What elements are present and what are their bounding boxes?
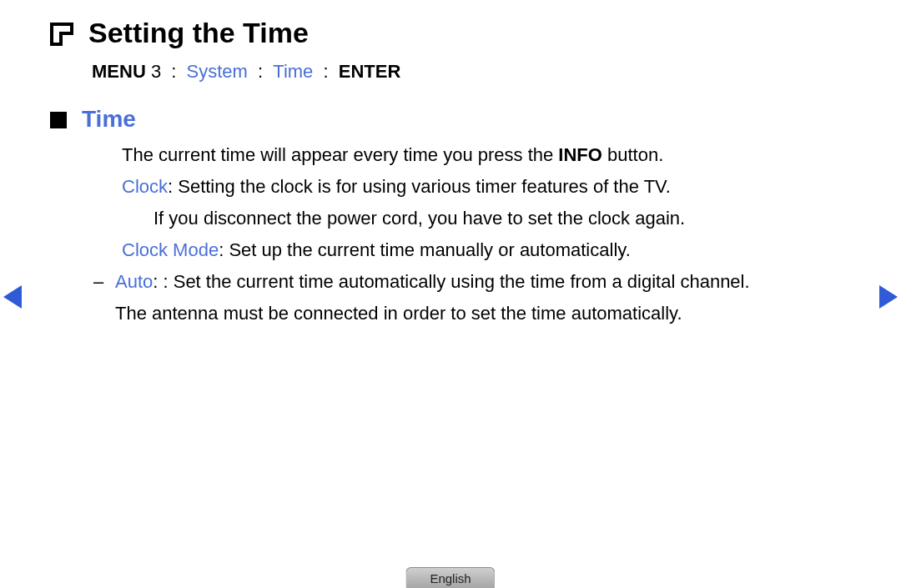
auto-item: – Auto: : Set the current time automatic… xyxy=(82,268,851,331)
auto-text: : : Set the current time automatically u… xyxy=(153,271,749,292)
language-tab[interactable]: English xyxy=(405,567,495,588)
square-bullet-icon xyxy=(50,112,67,128)
auto-note: The antenna must be connected in order t… xyxy=(115,299,818,328)
breadcrumb-enter: ENTER xyxy=(339,61,401,82)
clock-note: If you disconnect the power cord, you ha… xyxy=(82,204,851,233)
clock-note-text: If you disconnect the power cord, you ha… xyxy=(154,208,685,229)
breadcrumb-menu: MENU xyxy=(92,61,146,82)
clockmode-line: Clock Mode: Set up the current time manu… xyxy=(82,236,851,264)
clockmode-label: Clock Mode xyxy=(122,239,219,260)
breadcrumb-time: Time xyxy=(273,61,313,82)
clock-line: Clock: Setting the clock is for using va… xyxy=(82,173,851,201)
dash-bullet-icon: – xyxy=(93,268,108,331)
title-row: Setting the Time xyxy=(50,17,851,49)
intro-text: The current time will appear every time … xyxy=(82,141,851,169)
breadcrumb-system: System xyxy=(187,61,248,82)
clockmode-text: : Set up the current time manually or au… xyxy=(219,239,631,260)
auto-label: Auto xyxy=(115,271,153,292)
clock-label: Clock xyxy=(122,176,168,197)
intro-pre: The current time will appear every time … xyxy=(122,144,558,165)
intro-post: button. xyxy=(602,144,663,165)
page-title: Setting the Time xyxy=(88,17,309,49)
section-heading: Time xyxy=(82,106,851,133)
intro-bold: INFO xyxy=(558,144,602,165)
section-bullet-icon xyxy=(50,23,73,46)
next-page-arrow-icon[interactable] xyxy=(879,285,898,309)
clock-text: : Setting the clock is for using various… xyxy=(168,176,671,197)
breadcrumb: MENU 3 : System : Time : ENTER xyxy=(92,61,851,83)
language-label: English xyxy=(430,571,471,585)
prev-page-arrow-icon[interactable] xyxy=(3,285,22,309)
content-section: Time The current time will appear every … xyxy=(50,106,851,332)
breadcrumb-num: 3 xyxy=(151,61,161,82)
